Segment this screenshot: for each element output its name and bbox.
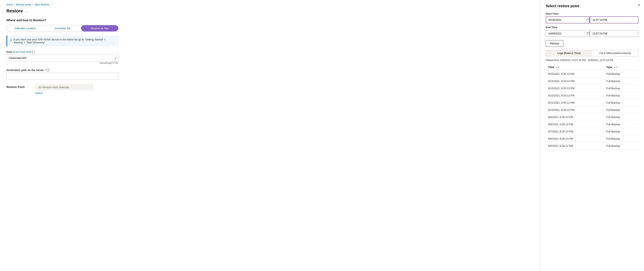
host-select[interactable]: hanasnapcvt01 (6, 55, 118, 61)
breadcrumb-home[interactable]: Home (6, 3, 13, 6)
table-row[interactable]: 8/7/2021, 8:30:13 PMFull Backup (546, 128, 638, 135)
table-header-row: Time ▲▼ Type ▲▼ (546, 64, 638, 70)
filter-text: Filtered from 3/30/2021, 12:57:24 PM - 1… (546, 59, 638, 62)
table-row[interactable]: 8/12/2021, 8:30:12 PMFull Backup (546, 92, 638, 99)
table-row[interactable]: 8/9/2021, 8:30:13 PMFull Backup (546, 114, 638, 121)
row-type: Full Backup (604, 135, 638, 142)
restore-point-label: Restore Point (6, 84, 30, 89)
row-type: Full Backup (604, 70, 638, 78)
row-time: 8/12/2021, 8:30:12 PM (546, 92, 604, 99)
row-type: Full Backup (604, 99, 638, 106)
row-time: 8/7/2021, 8:30:13 PM (546, 128, 604, 135)
row-time: 8/11/2021, 8:30:12 PM (546, 99, 604, 106)
right-panel-title: Select restore point (546, 4, 638, 8)
start-date-input[interactable] (546, 17, 584, 23)
table-row[interactable]: 8/11/2021, 8:30:12 PMFull Backup (546, 99, 638, 106)
end-date-input[interactable] (546, 30, 584, 37)
table-row[interactable]: 8/8/2021, 8:30:12 PMFull Backup (546, 121, 638, 128)
end-date-wrapper (546, 30, 590, 37)
table-row[interactable]: 8/10/2021, 8:30:12 PMFull Backup (546, 106, 638, 114)
more-options-button[interactable]: ... (25, 9, 28, 13)
end-time-label: End Time (546, 26, 638, 29)
restore-points-table: Time ▲▼ Type ▲▼ 8/15/2021, 8:30:13 PMFul… (546, 64, 638, 150)
destination-info-icon[interactable]: i (46, 68, 50, 72)
tab-restore-as-files[interactable]: Restore as files (81, 25, 118, 31)
type-sort-icon: ▲▼ (614, 66, 618, 68)
row-time: 8/5/2021, 8:30:12 PM (546, 142, 604, 150)
table-row[interactable]: 8/5/2021, 8:30:12 PMFull Backup (546, 142, 638, 150)
start-time-row: Start Time (546, 12, 638, 23)
section-title: Where and how to Restore? (6, 18, 533, 22)
tab-overwrite-db[interactable]: Overwrite DB (44, 25, 81, 31)
host-hint: HanaSnapCVT01 (6, 62, 118, 64)
table-row[interactable]: 8/15/2021, 8:30:13 PMFull Backup (546, 70, 638, 78)
close-button[interactable]: × (638, 3, 640, 7)
restore-point-select-link[interactable]: Select (35, 92, 93, 95)
restore-point-value: No Restore Point Selected Select (35, 84, 93, 95)
info-icon: ℹ (10, 38, 12, 44)
tab-logs-point-in-time[interactable]: Logs (Point in Time) (546, 50, 592, 56)
info-box-text: If you don't see your SAP HANA Server in… (14, 38, 115, 44)
table-row[interactable]: 8/6/2021, 8:30:13 PMFull Backup (546, 135, 638, 142)
start-time-inputs (546, 16, 638, 23)
restore-point-type-tabs: Logs (Point in Time) Full & Differential… (546, 50, 638, 56)
start-calendar-icon[interactable] (584, 17, 590, 23)
svg-rect-0 (587, 19, 589, 21)
col-type[interactable]: Type ▲▼ (604, 64, 638, 70)
page-title: Restore (6, 8, 23, 13)
refresh-button[interactable]: Refresh (546, 40, 563, 47)
row-time: 8/8/2021, 8:30:12 PM (546, 121, 604, 128)
end-calendar-icon[interactable] (584, 30, 590, 37)
destination-field-label: Destination path on the server * i (6, 68, 118, 72)
row-time: 8/10/2021, 8:30:12 PM (546, 106, 604, 114)
breadcrumb-backup-center[interactable]: Backup center (16, 3, 32, 6)
restore-point-display: No Restore Point Selected (35, 84, 93, 90)
breadcrumb: Home › Backup center › Start: Restore › (6, 3, 533, 6)
table-row[interactable]: 8/13/2021, 8:30:12 PMFull Backup (546, 85, 638, 92)
end-time-row: End Time (546, 26, 638, 37)
left-panel: Home › Backup center › Start: Restore › … (0, 0, 540, 271)
time-fields: Start Time End Time (546, 12, 638, 37)
right-panel: Select restore point × Start Time (540, 0, 644, 271)
info-box: ℹ If you don't see your SAP HANA Server … (6, 36, 118, 46)
table-row[interactable]: 8/14/2021, 8:30:12 PMFull Backup (546, 78, 638, 85)
row-type: Full Backup (604, 128, 638, 135)
row-time: 8/9/2021, 8:30:13 PM (546, 114, 604, 121)
destination-input[interactable] (6, 73, 118, 79)
row-type: Full Backup (604, 142, 638, 150)
row-type: Full Backup (604, 106, 638, 114)
breadcrumb-start-restore[interactable]: Start: Restore (35, 3, 50, 6)
cant-find-host-link[interactable]: (Can't find Host?) (13, 50, 33, 53)
restore-point-section: Restore Point No Restore Point Selected … (6, 84, 533, 95)
end-time-inputs (546, 30, 638, 37)
row-type: Full Backup (604, 114, 638, 121)
start-date-wrapper (546, 16, 590, 23)
tab-full-differential[interactable]: Full & Differential/Incremental (592, 50, 638, 56)
host-field-group: Host (Can't find Host?) * hanasnapcvt01 … (6, 50, 118, 64)
col-time[interactable]: Time ▲▼ (546, 64, 604, 70)
page-title-row: Restore ... (6, 8, 533, 13)
row-type: Full Backup (604, 78, 638, 85)
row-time: 8/15/2021, 8:30:13 PM (546, 70, 604, 78)
row-type: Full Backup (604, 85, 638, 92)
time-sort-icon: ▲▼ (556, 66, 559, 68)
row-type: Full Backup (604, 92, 638, 99)
end-time-input[interactable] (590, 30, 638, 37)
host-select-wrapper: hanasnapcvt01 ▾ (6, 55, 118, 61)
destination-field-group: Destination path on the server * i (6, 68, 118, 79)
start-time-label: Start Time (546, 12, 638, 15)
row-time: 8/13/2021, 8:30:12 PM (546, 85, 604, 92)
start-time-input[interactable] (590, 16, 638, 23)
destination-required-star: * (45, 69, 46, 72)
row-time: 8/14/2021, 8:30:12 PM (546, 78, 604, 85)
row-type: Full Backup (604, 121, 638, 128)
svg-rect-4 (587, 33, 589, 35)
host-required-star: * (34, 50, 35, 53)
tab-alternate-location[interactable]: Alternate Location (6, 25, 44, 31)
restore-type-tabs: Alternate Location Overwrite DB Restore … (6, 25, 118, 32)
host-field-label: Host (Can't find Host?) * (6, 50, 118, 53)
row-time: 8/6/2021, 8:30:13 PM (546, 135, 604, 142)
